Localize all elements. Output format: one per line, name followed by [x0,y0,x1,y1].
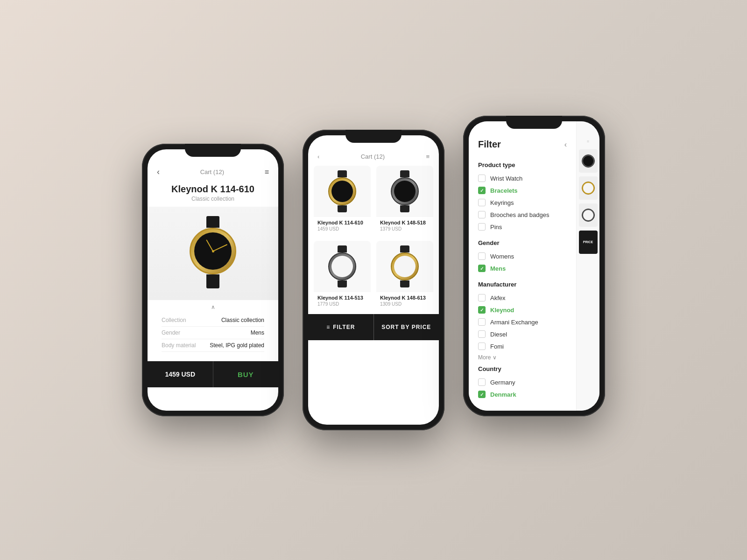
product-image-3 [314,241,371,292]
filter-back-icon[interactable]: ‹ [564,140,567,149]
product-watch [185,216,241,291]
product-subtitle: Classic collection [148,196,278,202]
product-card-4[interactable]: Kleynod K 148-613 1309 USD [376,241,433,310]
product-name-3: Kleynod K 114-513 [314,292,371,301]
label-kleynod: Kleynod [490,307,514,314]
filter-germany[interactable]: Germany [478,376,567,388]
checkbox-mens[interactable] [478,265,486,272]
spec-label-material: Body material [162,342,196,349]
menu-icon[interactable]: ≡ [265,168,269,176]
section-manufacturer: Manufacturer [478,281,567,288]
price-display: 1459 USD [148,361,213,387]
label-brooches: Brooches and badges [490,211,549,218]
product-name-2: Kleynod K 148-518 [376,217,433,226]
product-specs: Collection Classic collection Gender Men… [148,312,278,357]
filter-fomi[interactable]: Fomi [478,340,567,352]
buy-button[interactable]: BUY [213,361,279,387]
label-akfex: Akfex [490,294,506,301]
label-armani: Armani Exchange [490,319,538,326]
cart-title: Cart (12) [200,168,224,175]
product-price-2: 1379 USD [376,226,433,235]
checkbox-akfex[interactable] [478,294,486,301]
filter-diesel[interactable]: Diesel [478,328,567,340]
right-panel-partial: ≡ PRICE [576,121,599,411]
product-price-3: 1779 USD [314,301,371,310]
filter-akfex[interactable]: Akfex [478,292,567,304]
partial-product-2 [579,176,598,200]
phone-3: Filter ‹ Product type Wrist Watch Bracel… [463,116,605,416]
checkbox-kleynod[interactable] [478,306,486,314]
spec-value-collection: Classic collection [221,317,264,323]
back-icon[interactable]: ‹ [157,167,160,177]
label-pins: Pins [490,224,502,231]
label-mens: Mens [490,265,506,272]
filter-armani[interactable]: Armani Exchange [478,316,567,328]
cart-title: Cart (12) [361,153,385,160]
checkbox-denmark[interactable] [478,391,486,398]
product-name-1: Kleynod K 114-610 [314,217,371,226]
menu-icon[interactable]: ≡ [426,153,430,160]
checkbox-brooches[interactable] [478,211,486,218]
filter-button[interactable]: ≡ FILTER [308,314,374,340]
checkbox-keyrings[interactable] [478,199,486,206]
filter-denmark[interactable]: Denmark [478,388,567,399]
product-name-4: Kleynod K 148-613 [376,292,433,301]
spec-row-gender: Gender Mens [162,327,264,339]
filter-label: FILTER [333,324,355,330]
product-card-2[interactable]: Kleynod K 148-518 1379 USD [376,166,433,235]
back-icon[interactable]: ‹ [317,153,319,160]
checkbox-wrist-watch[interactable] [478,175,486,182]
product-image-2 [376,166,433,217]
phone-2: ‹ Cart (12) ≡ Kleynod K 114-610 [303,130,444,430]
watch-4 [388,245,421,287]
section-product-type: Product type [478,161,567,168]
product-card-3[interactable]: Kleynod K 114-513 1779 USD [314,241,371,310]
checkbox-germany[interactable] [478,378,486,386]
spec-row-material: Body material Steel, IPG gold plated [162,339,264,352]
phone-3-notch [506,116,562,129]
filter-kleynod[interactable]: Kleynod [478,304,567,316]
product-title: Kleynod K 114-610 [148,182,278,196]
filter-title: Filter [478,139,501,150]
phone-1-notch [185,144,241,157]
filter-keyrings[interactable]: Keyrings [478,196,567,209]
checkbox-diesel[interactable] [478,330,486,338]
partial-product-3 [579,203,598,227]
product-image-4 [376,241,433,292]
filter-content: Product type Wrist Watch Bracelets Keyri… [469,157,576,399]
checkbox-armani[interactable] [478,318,486,326]
checkbox-pins[interactable] [478,223,486,231]
buy-bar: 1459 USD BUY [148,361,278,387]
label-womens: Womens [490,253,514,260]
product-image-1 [314,166,371,217]
filter-bracelets[interactable]: Bracelets [478,184,567,196]
checkbox-bracelets[interactable] [478,187,486,194]
product-price-4: 1309 USD [376,301,433,310]
label-keyrings: Keyrings [490,199,514,206]
manufacturer-more[interactable]: More ∨ [478,354,567,361]
checkbox-fomi[interactable] [478,343,486,350]
scroll-chevron: ∧ [148,300,278,312]
filter-pins[interactable]: Pins [478,221,567,233]
label-fomi: Fomi [490,343,504,350]
spec-label-collection: Collection [162,317,186,323]
filter-sort-bar: ≡ FILTER SORT BY PRICE [308,314,439,340]
filter-icon: ≡ [326,324,330,330]
filter-mens[interactable]: Mens [478,262,567,274]
phone-2-screen: ‹ Cart (12) ≡ Kleynod K 114-610 [308,135,439,425]
watch-1 [326,170,359,212]
checkbox-womens[interactable] [478,252,486,260]
sort-label: SORT BY PRICE [381,324,431,330]
section-gender: Gender [478,239,567,246]
spec-value-gender: Mens [251,329,264,336]
product-card-1[interactable]: Kleynod K 114-610 1459 USD [314,166,371,235]
section-country: Country [478,365,567,372]
filter-wrist-watch[interactable]: Wrist Watch [478,172,567,184]
label-diesel: Diesel [490,331,507,338]
label-denmark: Denmark [490,391,516,398]
filter-brooches[interactable]: Brooches and badges [478,209,567,221]
sort-button[interactable]: SORT BY PRICE [374,314,439,340]
price-button-partial: PRICE [579,231,598,254]
product-image-container [148,207,278,300]
filter-womens[interactable]: Womens [478,250,567,262]
